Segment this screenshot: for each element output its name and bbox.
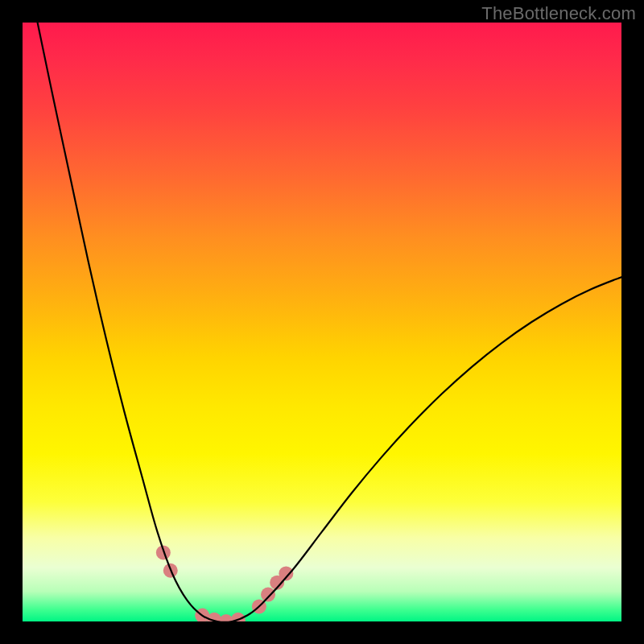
bottleneck-curve (38, 23, 621, 621)
marker-dot (261, 588, 275, 602)
plot-area (23, 23, 621, 621)
curve-layer (23, 23, 621, 621)
chart-frame: TheBottleneck.com (0, 0, 644, 644)
watermark-text: TheBottleneck.com (481, 3, 636, 24)
